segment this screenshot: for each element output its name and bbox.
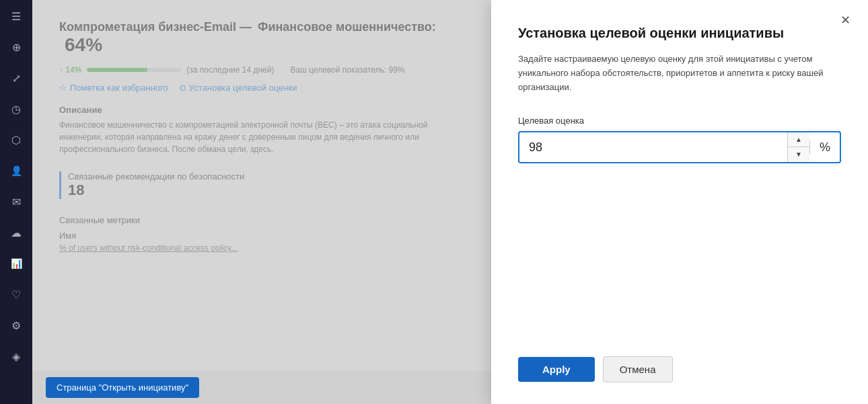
modal-panel: ✕ Установка целевой оценки инициативы За…	[491, 0, 868, 404]
modal-title: Установка целевой оценки инициативы	[518, 24, 841, 42]
shield-icon[interactable]: ⬡	[7, 130, 26, 149]
share-icon[interactable]: ⤢	[7, 69, 26, 87]
chart-icon[interactable]: 📊	[7, 254, 26, 273]
modal-description: Задайте настраиваемую целевую оценку для…	[518, 52, 841, 94]
clock-icon[interactable]: ◷	[7, 99, 26, 118]
target-score-label: Целевая оценка	[518, 116, 841, 126]
hamburger-icon[interactable]: ☰	[7, 7, 26, 26]
settings-icon[interactable]: ⚙	[7, 316, 26, 335]
close-button[interactable]: ✕	[836, 11, 855, 30]
modal-footer: Apply Отмена	[518, 356, 841, 382]
overlay	[32, 0, 491, 404]
open-initiative-button[interactable]: Страница "Открыть инициативу"	[46, 377, 199, 398]
main-content: Компрометация бизнес-Email — Финансовое …	[32, 0, 491, 404]
percent-symbol: %	[809, 140, 840, 155]
bottom-bar: Страница "Открыть инициативу"	[32, 370, 491, 404]
cloud-icon[interactable]: ☁	[7, 223, 26, 242]
mail-icon[interactable]: ✉	[7, 192, 26, 211]
spinner-up-button[interactable]: ▲	[788, 132, 809, 147]
spinner-controls: ▲ ▼	[787, 132, 809, 162]
heart-icon[interactable]: ♡	[7, 285, 26, 304]
target-score-input[interactable]	[519, 134, 787, 161]
person-icon[interactable]: 👤	[7, 161, 26, 180]
cancel-button[interactable]: Отмена	[603, 356, 673, 382]
apply-button[interactable]: Apply	[518, 357, 595, 382]
target-score-input-row: ▲ ▼ %	[518, 131, 841, 163]
diamond-icon[interactable]: ◈	[7, 347, 26, 366]
sidebar: ☰ ⊕ ⤢ ◷ ⬡ 👤 ✉ ☁ 📊 ♡ ⚙ ◈	[0, 0, 32, 404]
spinner-down-button[interactable]: ▼	[788, 147, 809, 162]
globe-icon[interactable]: ⊕	[7, 38, 26, 56]
